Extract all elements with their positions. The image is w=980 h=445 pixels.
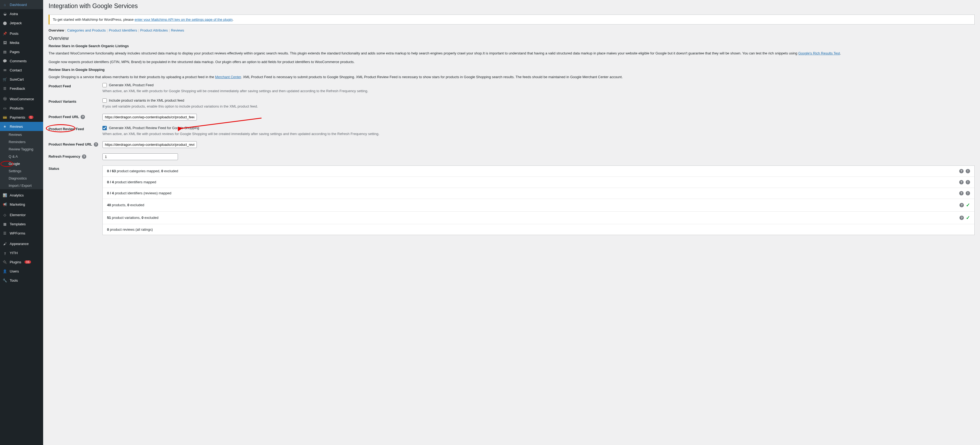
- product-variants-checkbox[interactable]: [102, 99, 107, 103]
- check-icon[interactable]: ✓: [966, 215, 970, 221]
- menu-media[interactable]: 🖼Media: [0, 38, 43, 47]
- page-title: Integration with Google Services: [49, 0, 975, 11]
- tab-product-attributes[interactable]: Product Attributes: [140, 28, 168, 32]
- submenu-reminders[interactable]: Reminders: [0, 138, 43, 146]
- page-icon: ▤: [2, 49, 8, 54]
- status-row: 40 products, 0 excluded?✓: [103, 199, 974, 211]
- product-review-feed-label: Product Review Feed: [49, 126, 102, 131]
- notice-link[interactable]: enter your Mailchimp API key on the sett…: [135, 17, 233, 22]
- warning-icon[interactable]: !: [966, 180, 970, 184]
- mailchimp-notice: To get started with Mailchimp for WordPr…: [49, 14, 975, 24]
- tab-categories-and-products[interactable]: Categories and Products: [67, 28, 106, 32]
- badge: 1: [29, 116, 33, 119]
- star-icon: ★: [2, 124, 8, 129]
- elementor-icon: ◇: [2, 212, 8, 218]
- tab-product-identifiers[interactable]: Product Identifiers: [109, 28, 137, 32]
- menu-tools[interactable]: 🔧Tools: [0, 276, 43, 285]
- menu-reviews[interactable]: ★Reviews: [0, 122, 43, 131]
- appearance-icon: 🖌: [2, 241, 8, 246]
- product-feed-url-input[interactable]: [102, 114, 197, 121]
- tab-reviews[interactable]: Reviews: [171, 28, 184, 32]
- refresh-frequency-input[interactable]: [102, 153, 178, 160]
- pin-icon: 📌: [2, 31, 8, 36]
- comment-icon: 💬: [2, 58, 8, 64]
- jetpack-icon: ⬤: [2, 20, 8, 25]
- marketing-icon: 📢: [2, 202, 8, 207]
- menu-contact[interactable]: ✉Contact: [0, 65, 43, 75]
- rich-results-link[interactable]: Google's Rich Results Test: [798, 51, 840, 55]
- help-icon[interactable]: ?: [959, 191, 964, 195]
- submenu-settings[interactable]: Settings: [0, 167, 43, 175]
- menu-products[interactable]: ▭Products: [0, 103, 43, 113]
- help-icon[interactable]: ?: [959, 203, 964, 207]
- menu-elementor[interactable]: ◇Elementor: [0, 210, 43, 219]
- admin-sidebar: ⌂Dashboard◒Astra⬤Jetpack 📌Posts🖼Media▤Pa…: [0, 0, 43, 445]
- menu-users[interactable]: 👤Users: [0, 267, 43, 276]
- media-icon: 🖼: [2, 40, 8, 45]
- menu-posts[interactable]: 📌Posts: [0, 29, 43, 38]
- menu-wpforms[interactable]: ☰WPForms: [0, 229, 43, 238]
- dashboard-icon: ⌂: [2, 2, 8, 7]
- tab-overview: Overview: [49, 28, 64, 32]
- status-row: 0 / 4 product identifiers (reviews) mapp…: [103, 188, 974, 199]
- menu-astra[interactable]: ◒Astra: [0, 9, 43, 18]
- submenu-diagnostics[interactable]: Diagnostics: [0, 175, 43, 182]
- status-row: 0 / 63 product categories mapped, 0 excl…: [103, 166, 974, 177]
- submenu-q-a[interactable]: Q & A: [0, 153, 43, 160]
- wpform-icon: ☰: [2, 230, 8, 236]
- tools-icon: 🔧: [2, 278, 8, 283]
- product-review-feed-checkbox[interactable]: [102, 126, 107, 130]
- menu-surecart[interactable]: 🛒SureCart: [0, 75, 43, 84]
- submenu-reviews[interactable]: Reviews: [0, 131, 43, 138]
- feedback-icon: ☰: [2, 86, 8, 91]
- menu-dashboard[interactable]: ⌂Dashboard: [0, 0, 43, 9]
- status-row: 0 / 4 product identifiers mapped?!: [103, 177, 974, 188]
- help-icon[interactable]: ?: [82, 154, 86, 159]
- status-label: Status: [49, 165, 102, 171]
- main-content: Integration with Google Services To get …: [43, 0, 980, 445]
- submenu-google[interactable]: Google: [0, 160, 43, 167]
- help-icon[interactable]: ?: [94, 142, 98, 147]
- users-icon: 👤: [2, 269, 8, 274]
- product-feed-checkbox[interactable]: [102, 83, 107, 87]
- analytics-icon: 📊: [2, 192, 8, 198]
- product-variants-label: Product Variants: [49, 99, 102, 103]
- template-icon: ▦: [2, 221, 8, 227]
- product-feed-url-label: Product Feed URL?: [49, 114, 102, 119]
- badge: 15: [24, 261, 31, 264]
- merchant-center-link[interactable]: Merchant Center: [215, 75, 241, 79]
- menu-appearance[interactable]: 🖌Appearance: [0, 239, 43, 248]
- menu-plugins[interactable]: 🔌Plugins15: [0, 257, 43, 267]
- annotation-circle: [0, 161, 13, 167]
- status-list: 0 / 63 product categories mapped, 0 excl…: [102, 165, 975, 235]
- refresh-frequency-label: Refresh Frequency?: [49, 153, 102, 159]
- section-shopping-heading: Review Stars in Google Shopping: [49, 68, 975, 72]
- status-row: 0 product reviews (all ratings): [103, 224, 974, 235]
- menu-woocommerce[interactable]: ⓦWooCommerce: [0, 94, 43, 103]
- help-icon[interactable]: ?: [959, 169, 964, 173]
- menu-feedback[interactable]: ☰Feedback: [0, 84, 43, 93]
- menu-marketing[interactable]: 📢Marketing: [0, 200, 43, 209]
- plugin-icon: 🔌: [2, 259, 8, 265]
- help-icon[interactable]: ?: [959, 180, 964, 184]
- tab-nav: Overview|Categories and Products|Product…: [49, 28, 975, 32]
- section-organic-heading: Review Stars in Google Search Organic Li…: [49, 44, 975, 48]
- astra-icon: ◒: [2, 11, 8, 16]
- menu-templates[interactable]: ▦Templates: [0, 219, 43, 229]
- menu-pages[interactable]: ▤Pages: [0, 47, 43, 56]
- help-icon[interactable]: ?: [81, 115, 85, 119]
- menu-yith[interactable]: ץYITH: [0, 248, 43, 257]
- submenu-review-tagging[interactable]: Review Tagging: [0, 146, 43, 153]
- menu-comments[interactable]: 💬Comments: [0, 56, 43, 65]
- warning-icon[interactable]: !: [966, 191, 970, 195]
- warning-icon[interactable]: !: [966, 169, 970, 173]
- overview-heading: Overview: [49, 36, 975, 41]
- menu-jetpack[interactable]: ⬤Jetpack: [0, 18, 43, 27]
- submenu-import-export[interactable]: Import / Export: [0, 182, 43, 189]
- check-icon[interactable]: ✓: [966, 202, 970, 208]
- menu-analytics[interactable]: 📊Analytics: [0, 191, 43, 200]
- payment-icon: 💳: [2, 114, 8, 120]
- help-icon[interactable]: ?: [959, 216, 964, 220]
- product-review-feed-url-input[interactable]: [102, 141, 197, 148]
- menu-payments[interactable]: 💳Payments1: [0, 113, 43, 122]
